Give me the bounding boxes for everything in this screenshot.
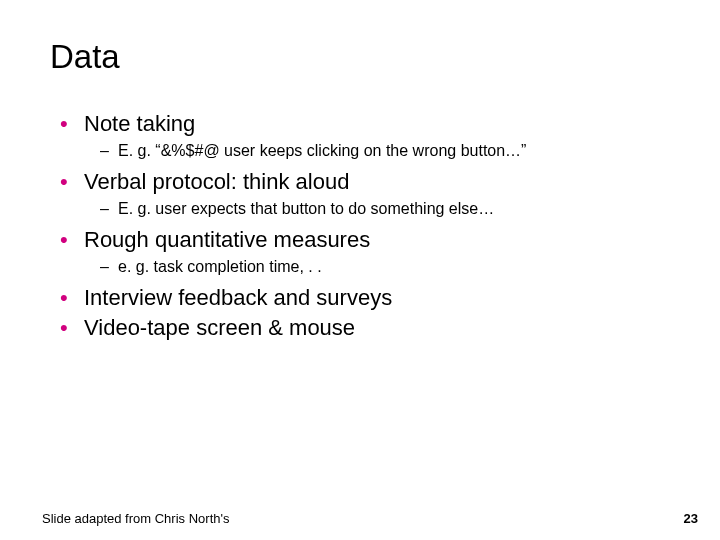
slide-title: Data [50,38,120,76]
sub-bullet-item: – E. g. user expects that button to do s… [100,198,680,220]
bullet-label: Verbal protocol: think aloud [84,168,349,196]
bullet-item: • Interview feedback and surveys [60,284,680,312]
bullet-item: • Note taking [60,110,680,138]
sub-bullet-item: – e. g. task completion time, . . [100,256,680,278]
dash-icon: – [100,256,118,278]
bullet-label: Video-tape screen & mouse [84,314,355,342]
bullet-item: • Rough quantitative measures [60,226,680,254]
bullet-icon: • [60,110,84,138]
sub-bullet-item: – E. g. “&%$#@ user keeps clicking on th… [100,140,680,162]
sub-bullet-label: e. g. task completion time, . . [118,256,322,278]
bullet-item: • Verbal protocol: think aloud [60,168,680,196]
slide-content: • Note taking – E. g. “&%$#@ user keeps … [60,110,680,344]
bullet-label: Note taking [84,110,195,138]
dash-icon: – [100,140,118,162]
bullet-label: Rough quantitative measures [84,226,370,254]
slide-number: 23 [684,511,698,526]
sub-bullet-label: E. g. “&%$#@ user keeps clicking on the … [118,140,526,162]
bullet-icon: • [60,284,84,312]
dash-icon: – [100,198,118,220]
bullet-icon: • [60,314,84,342]
bullet-icon: • [60,226,84,254]
bullet-item: • Video-tape screen & mouse [60,314,680,342]
sub-bullet-label: E. g. user expects that button to do som… [118,198,494,220]
bullet-label: Interview feedback and surveys [84,284,392,312]
bullet-icon: • [60,168,84,196]
footer-attribution: Slide adapted from Chris North's [42,511,229,526]
slide: Data • Note taking – E. g. “&%$#@ user k… [0,0,720,540]
